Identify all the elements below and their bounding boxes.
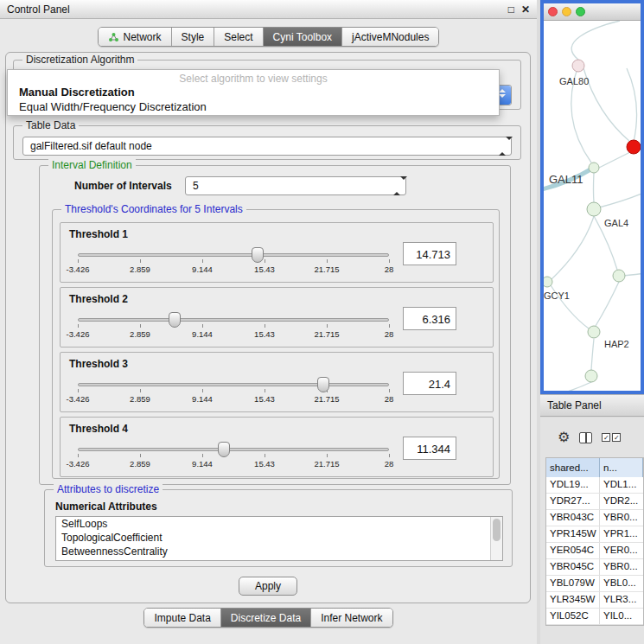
table-row[interactable]: YER054CYER0...	[546, 543, 643, 559]
table-row[interactable]: YBL079WYBL0...	[546, 576, 643, 592]
slider-tick-mark	[202, 389, 203, 392]
threshold-1-row: Threshold 1 -3.4262.8599.14415.4321.7152…	[60, 222, 494, 283]
tab-network[interactable]: Network	[99, 28, 171, 46]
table-cell[interactable]: YER054C	[546, 543, 600, 558]
minimize-traffic-light-icon[interactable]	[562, 7, 571, 16]
threshold-2-slider[interactable]: -3.4262.8599.14415.4321.71528	[78, 310, 389, 345]
numerical-attributes-list[interactable]: SelfLoopsTopologicalCoefficientBetweenne…	[55, 516, 503, 561]
tab-impute-data[interactable]: Impute Data	[144, 609, 220, 627]
table-cell[interactable]: YDL19...	[546, 477, 600, 493]
threshold-value-field[interactable]: 6.316	[403, 307, 456, 330]
threshold-4-slider[interactable]: -3.4262.8599.14415.4321.71528	[78, 440, 389, 475]
table-row[interactable]: YPR145WYPR1...	[546, 526, 643, 543]
table-cell[interactable]: YIL0...	[600, 609, 643, 624]
number-of-intervals-label: Number of Intervals	[74, 180, 172, 192]
table-row[interactable]: YIL052CYIL0...	[546, 609, 643, 625]
close-traffic-light-icon[interactable]	[548, 7, 558, 16]
control-panel-titlebar: Control Panel □ ✕	[0, 0, 537, 19]
threshold-value-field[interactable]: 11.344	[403, 437, 456, 460]
threshold-3-slider[interactable]: -3.4262.8599.14415.4321.71528	[78, 375, 389, 410]
float-window-icon[interactable]: □	[508, 3, 514, 16]
panel-title: Control Panel	[7, 3, 501, 16]
table-cell[interactable]: YLR345W	[546, 592, 600, 608]
dropdown-option-equal-width[interactable]: Equal Width/Frequency Discretization	[8, 99, 499, 114]
table-cell[interactable]: YBR0...	[600, 559, 643, 575]
table-data-combobox[interactable]: galFiltered.sif default node	[22, 137, 512, 156]
network-view-window[interactable]: GAL80 GAL11 GAL4 GCY1 HAP2	[540, 0, 644, 394]
threshold-value-field[interactable]: 21.4	[403, 372, 456, 395]
table-cell[interactable]: YDR2...	[600, 494, 643, 509]
table-row[interactable]: YBR045CYBR0...	[546, 559, 643, 576]
network-canvas[interactable]: GAL80 GAL11 GAL4 GCY1 HAP2	[544, 21, 641, 391]
scrollbar-thumb[interactable]	[493, 519, 501, 541]
table-row[interactable]: YDL19...YDL1...	[546, 477, 643, 494]
close-icon[interactable]: ✕	[521, 3, 530, 16]
node-attribute-table: shared... n... YDL19...YDL1...YDR27...YD…	[545, 457, 644, 626]
tab-infer-network[interactable]: Infer Network	[310, 609, 392, 627]
columns-icon[interactable]	[579, 432, 592, 443]
list-scrollbar[interactable]	[490, 517, 502, 560]
slider-tick-label: -3.426	[67, 459, 90, 469]
table-cell[interactable]: YER0...	[600, 543, 643, 558]
slider-tick-label: 9.144	[192, 265, 213, 274]
slider-tick-label: 2.859	[130, 394, 150, 404]
column-header[interactable]: n...	[600, 458, 643, 477]
table-row[interactable]: YBR043CYBR0...	[546, 510, 643, 526]
table-cell[interactable]: YLR3...	[600, 592, 643, 608]
slider-tick-label: 21.715	[314, 394, 339, 404]
tab-cyni-toolbox[interactable]: Cyni Toolbox	[263, 28, 341, 46]
slider-tick-label: 15.43	[254, 394, 275, 404]
slider-track[interactable]	[78, 318, 389, 322]
combo-stepper-icon	[499, 140, 507, 152]
slider-thumb[interactable]	[218, 442, 230, 457]
slider-thumb[interactable]	[169, 312, 181, 328]
slider-thumb[interactable]	[317, 377, 329, 392]
gear-icon[interactable]: ⚙	[558, 430, 570, 444]
table-cell[interactable]: YBR045C	[546, 559, 600, 575]
network-node	[613, 270, 625, 282]
table-data-group: Table Data galFiltered.sif default node	[13, 125, 521, 160]
slider-tick-mark	[265, 259, 265, 263]
table-cell[interactable]: YBR043C	[546, 510, 600, 526]
table-row[interactable]: YLR345WYLR3...	[546, 592, 643, 609]
attribute-list-item[interactable]: TopologicalCoefficient	[56, 531, 502, 545]
slider-tick-mark	[140, 454, 141, 457]
threshold-2-row: Threshold 2 -3.4262.8599.14415.4321.7152…	[60, 287, 494, 348]
node-label: GAL4	[604, 218, 628, 228]
table-cell[interactable]: YIL052C	[546, 609, 600, 624]
slider-track[interactable]	[78, 448, 389, 451]
tab-label: Cyni Toolbox	[273, 31, 332, 43]
table-cell[interactable]: YPR145W	[546, 526, 600, 542]
slider-tick-mark	[202, 454, 203, 457]
table-cell[interactable]: YDR27...	[546, 494, 600, 509]
thresholds-group: Threshold's Coordinates for 5 Intervals …	[52, 209, 500, 479]
number-of-intervals-combobox[interactable]: 5	[185, 176, 406, 195]
slider-tick-mark	[327, 454, 328, 457]
zoom-traffic-light-icon[interactable]	[576, 7, 585, 16]
tab-jactivemnodules[interactable]: jActiveMNodules	[341, 28, 438, 46]
tab-select[interactable]: Select	[214, 28, 262, 46]
table-cell[interactable]: YPR1...	[600, 526, 643, 542]
table-cell[interactable]: YBR0...	[600, 510, 643, 526]
slider-thumb[interactable]	[252, 247, 264, 263]
tab-discretize-data[interactable]: Discretize Data	[220, 609, 310, 627]
network-node	[587, 202, 601, 216]
attribute-list-item[interactable]: BetweennessCentrality	[56, 545, 502, 558]
dropdown-option-manual-discretization[interactable]: Manual Discretization	[8, 85, 499, 99]
slider-track[interactable]	[78, 253, 389, 257]
select-columns-icon[interactable]: ✓ ✓	[602, 433, 621, 442]
table-cell[interactable]: YBL079W	[546, 576, 600, 591]
table-cell[interactable]: YBL0...	[600, 576, 643, 591]
group-title: Table Data	[22, 119, 79, 131]
table-cell[interactable]: YDL1...	[600, 477, 643, 493]
tab-label: jActiveMNodules	[352, 31, 429, 43]
apply-button[interactable]: Apply	[239, 577, 297, 596]
column-header[interactable]: shared...	[546, 458, 600, 477]
network-node	[589, 163, 599, 173]
tab-style[interactable]: Style	[171, 28, 214, 46]
threshold-1-slider[interactable]: -3.4262.8599.14415.4321.71528	[78, 245, 389, 280]
table-row[interactable]: YDR27...YDR2...	[546, 494, 643, 510]
threshold-value-field[interactable]: 14.713	[403, 242, 456, 265]
attribute-list-item[interactable]: SelfLoops	[56, 517, 502, 531]
slider-track[interactable]	[78, 383, 389, 386]
